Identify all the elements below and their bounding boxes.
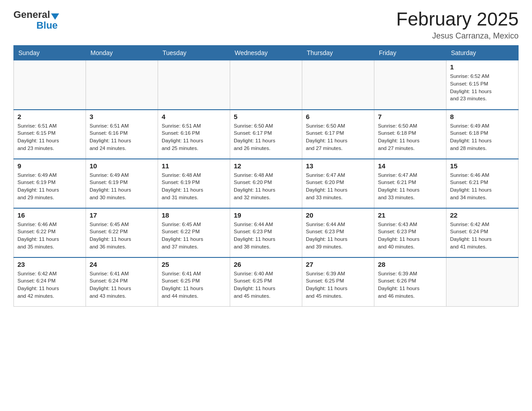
day-info: Sunrise: 6:46 AMSunset: 6:22 PMDaylight:… bbox=[17, 221, 82, 251]
day-cell bbox=[14, 60, 86, 110]
day-info: Sunrise: 6:39 AMSunset: 6:25 PMDaylight:… bbox=[306, 270, 370, 300]
col-friday: Friday bbox=[374, 46, 446, 60]
day-number: 13 bbox=[306, 162, 370, 170]
day-number: 27 bbox=[306, 261, 370, 268]
day-cell: 5Sunrise: 6:50 AMSunset: 6:17 PMDaylight… bbox=[230, 110, 302, 159]
day-number: 23 bbox=[17, 261, 82, 268]
title-section: February 2025 Jesus Carranza, Mexico bbox=[396, 9, 519, 41]
day-cell: 1Sunrise: 6:52 AMSunset: 6:15 PMDaylight… bbox=[446, 60, 519, 110]
day-info: Sunrise: 6:51 AMSunset: 6:15 PMDaylight:… bbox=[17, 122, 82, 152]
day-info: Sunrise: 6:49 AMSunset: 6:19 PMDaylight:… bbox=[90, 171, 154, 201]
day-cell bbox=[158, 60, 230, 110]
day-number: 5 bbox=[234, 113, 298, 120]
week-row-2: 2Sunrise: 6:51 AMSunset: 6:15 PMDaylight… bbox=[14, 110, 519, 159]
day-number: 26 bbox=[234, 261, 298, 268]
day-cell bbox=[374, 60, 446, 110]
day-info: Sunrise: 6:39 AMSunset: 6:26 PMDaylight:… bbox=[378, 270, 442, 300]
day-cell bbox=[86, 60, 158, 110]
day-cell: 15Sunrise: 6:46 AMSunset: 6:21 PMDayligh… bbox=[446, 159, 519, 208]
day-number: 22 bbox=[450, 211, 515, 219]
day-info: Sunrise: 6:44 AMSunset: 6:23 PMDaylight:… bbox=[234, 221, 298, 251]
day-cell: 11Sunrise: 6:48 AMSunset: 6:19 PMDayligh… bbox=[158, 159, 230, 208]
day-number: 17 bbox=[90, 211, 154, 219]
day-cell bbox=[230, 60, 302, 110]
day-info: Sunrise: 6:45 AMSunset: 6:22 PMDaylight:… bbox=[90, 221, 154, 251]
day-cell: 25Sunrise: 6:41 AMSunset: 6:25 PMDayligh… bbox=[158, 257, 230, 307]
day-number: 24 bbox=[90, 261, 154, 268]
calendar-table: Sunday Monday Tuesday Wednesday Thursday… bbox=[13, 45, 519, 307]
day-info: Sunrise: 6:50 AMSunset: 6:18 PMDaylight:… bbox=[378, 122, 442, 152]
day-number: 19 bbox=[234, 211, 298, 219]
day-cell: 17Sunrise: 6:45 AMSunset: 6:22 PMDayligh… bbox=[86, 208, 158, 257]
logo-blue-text: Blue bbox=[36, 20, 58, 31]
logo-icon: General Blue bbox=[13, 9, 59, 31]
day-cell: 9Sunrise: 6:49 AMSunset: 6:19 PMDaylight… bbox=[14, 159, 86, 208]
day-number: 3 bbox=[90, 113, 154, 120]
day-cell bbox=[446, 257, 519, 307]
day-info: Sunrise: 6:50 AMSunset: 6:17 PMDaylight:… bbox=[234, 122, 298, 152]
day-number: 21 bbox=[378, 211, 442, 219]
day-info: Sunrise: 6:41 AMSunset: 6:25 PMDaylight:… bbox=[162, 270, 226, 300]
day-cell: 28Sunrise: 6:39 AMSunset: 6:26 PMDayligh… bbox=[374, 257, 446, 307]
day-cell: 27Sunrise: 6:39 AMSunset: 6:25 PMDayligh… bbox=[302, 257, 374, 307]
day-cell: 20Sunrise: 6:44 AMSunset: 6:23 PMDayligh… bbox=[302, 208, 374, 257]
day-number: 10 bbox=[90, 162, 154, 170]
day-cell: 7Sunrise: 6:50 AMSunset: 6:18 PMDaylight… bbox=[374, 110, 446, 159]
day-cell: 4Sunrise: 6:51 AMSunset: 6:16 PMDaylight… bbox=[158, 110, 230, 159]
day-cell: 18Sunrise: 6:45 AMSunset: 6:22 PMDayligh… bbox=[158, 208, 230, 257]
page-header: General Blue February 2025 Jesus Carranz… bbox=[13, 9, 519, 41]
col-saturday: Saturday bbox=[446, 46, 519, 60]
day-info: Sunrise: 6:52 AMSunset: 6:15 PMDaylight:… bbox=[450, 73, 515, 103]
day-number: 16 bbox=[17, 211, 82, 219]
day-number: 25 bbox=[162, 261, 226, 268]
day-info: Sunrise: 6:51 AMSunset: 6:16 PMDaylight:… bbox=[162, 122, 226, 152]
col-thursday: Thursday bbox=[302, 46, 374, 60]
day-info: Sunrise: 6:47 AMSunset: 6:21 PMDaylight:… bbox=[378, 171, 442, 201]
day-number: 4 bbox=[162, 113, 226, 120]
day-cell: 10Sunrise: 6:49 AMSunset: 6:19 PMDayligh… bbox=[86, 159, 158, 208]
header-row: Sunday Monday Tuesday Wednesday Thursday… bbox=[14, 46, 519, 60]
day-cell: 16Sunrise: 6:46 AMSunset: 6:22 PMDayligh… bbox=[14, 208, 86, 257]
day-cell bbox=[302, 60, 374, 110]
day-info: Sunrise: 6:51 AMSunset: 6:16 PMDaylight:… bbox=[90, 122, 154, 152]
svg-marker-0 bbox=[51, 13, 59, 20]
day-cell: 12Sunrise: 6:48 AMSunset: 6:20 PMDayligh… bbox=[230, 159, 302, 208]
col-monday: Monday bbox=[86, 46, 158, 60]
col-sunday: Sunday bbox=[14, 46, 86, 60]
day-cell: 23Sunrise: 6:42 AMSunset: 6:24 PMDayligh… bbox=[14, 257, 86, 307]
day-number: 18 bbox=[162, 211, 226, 219]
day-cell: 8Sunrise: 6:49 AMSunset: 6:18 PMDaylight… bbox=[446, 110, 519, 159]
col-wednesday: Wednesday bbox=[230, 46, 302, 60]
day-cell: 26Sunrise: 6:40 AMSunset: 6:25 PMDayligh… bbox=[230, 257, 302, 307]
day-cell: 22Sunrise: 6:42 AMSunset: 6:24 PMDayligh… bbox=[446, 208, 519, 257]
day-cell: 3Sunrise: 6:51 AMSunset: 6:16 PMDaylight… bbox=[86, 110, 158, 159]
day-cell: 13Sunrise: 6:47 AMSunset: 6:20 PMDayligh… bbox=[302, 159, 374, 208]
day-cell: 2Sunrise: 6:51 AMSunset: 6:15 PMDaylight… bbox=[14, 110, 86, 159]
month-title: February 2025 bbox=[396, 9, 519, 30]
day-number: 1 bbox=[450, 63, 515, 71]
day-info: Sunrise: 6:48 AMSunset: 6:19 PMDaylight:… bbox=[162, 171, 226, 201]
day-info: Sunrise: 6:40 AMSunset: 6:25 PMDaylight:… bbox=[234, 270, 298, 300]
day-cell: 24Sunrise: 6:41 AMSunset: 6:24 PMDayligh… bbox=[86, 257, 158, 307]
location-title: Jesus Carranza, Mexico bbox=[396, 31, 519, 41]
day-number: 28 bbox=[378, 261, 442, 268]
day-number: 20 bbox=[306, 211, 370, 219]
day-info: Sunrise: 6:41 AMSunset: 6:24 PMDaylight:… bbox=[90, 270, 154, 300]
day-info: Sunrise: 6:49 AMSunset: 6:18 PMDaylight:… bbox=[450, 122, 515, 152]
day-info: Sunrise: 6:43 AMSunset: 6:23 PMDaylight:… bbox=[378, 221, 442, 251]
day-cell: 14Sunrise: 6:47 AMSunset: 6:21 PMDayligh… bbox=[374, 159, 446, 208]
week-row-4: 16Sunrise: 6:46 AMSunset: 6:22 PMDayligh… bbox=[14, 208, 519, 257]
day-info: Sunrise: 6:42 AMSunset: 6:24 PMDaylight:… bbox=[450, 221, 515, 251]
day-number: 12 bbox=[234, 162, 298, 170]
day-info: Sunrise: 6:45 AMSunset: 6:22 PMDaylight:… bbox=[162, 221, 226, 251]
day-info: Sunrise: 6:48 AMSunset: 6:20 PMDaylight:… bbox=[234, 171, 298, 201]
day-cell: 21Sunrise: 6:43 AMSunset: 6:23 PMDayligh… bbox=[374, 208, 446, 257]
day-info: Sunrise: 6:49 AMSunset: 6:19 PMDaylight:… bbox=[17, 171, 82, 201]
day-number: 6 bbox=[306, 113, 370, 120]
day-info: Sunrise: 6:42 AMSunset: 6:24 PMDaylight:… bbox=[17, 270, 82, 300]
day-number: 14 bbox=[378, 162, 442, 170]
col-tuesday: Tuesday bbox=[158, 46, 230, 60]
logo: General Blue bbox=[13, 9, 59, 31]
day-number: 2 bbox=[17, 113, 82, 120]
week-row-1: 1Sunrise: 6:52 AMSunset: 6:15 PMDaylight… bbox=[14, 60, 519, 110]
